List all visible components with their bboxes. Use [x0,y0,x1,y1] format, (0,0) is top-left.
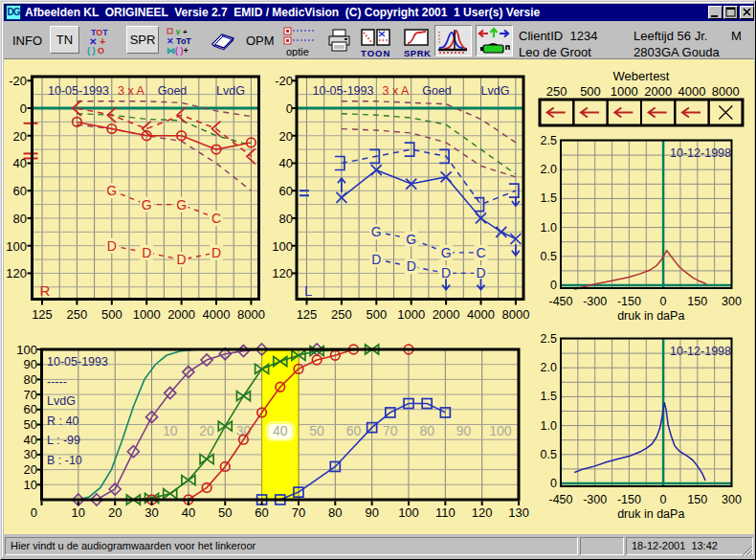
book-icon[interactable] [207,29,239,54]
tn-button[interactable]: TN [50,26,79,54]
weber-cell-1000[interactable] [608,100,641,125]
svg-text:8000: 8000 [501,307,529,322]
svg-text:-150: -150 [617,493,641,506]
tympanogram-view-button[interactable] [434,25,472,56]
svg-text:R: R [40,282,51,299]
svg-text:L : -99: L : -99 [47,434,80,447]
svg-text:500: 500 [101,307,122,322]
svg-text:L: L [304,282,312,299]
svg-text:LvdG: LvdG [481,84,510,98]
transducer-button[interactable] [476,25,513,56]
svg-text:100: 100 [398,505,419,520]
svg-text:130: 130 [508,505,529,520]
svg-text:-450: -450 [548,493,572,506]
spr-button[interactable]: SPR [126,26,159,54]
weber-no-result-icon [719,106,732,120]
svg-text:druk in daPa: druk in daPa [617,507,684,521]
info-label[interactable]: INFO [12,34,42,48]
svg-text:80: 80 [13,212,27,226]
svg-text:druk in daPa: druk in daPa [617,309,684,323]
svg-text:LvdG: LvdG [47,394,76,408]
svg-text:∨ +: ∨ + [175,28,188,36]
svg-text:60: 60 [13,184,27,198]
printer-icon[interactable] [326,28,355,55]
svg-text:40: 40 [13,156,27,170]
svg-text:D: D [177,252,187,267]
svg-text:125: 125 [32,307,53,322]
toon-icon[interactable]: TOON [360,29,394,57]
svg-text:100: 100 [272,239,293,254]
svg-text:2000: 2000 [167,307,195,322]
svg-text:2.0: 2.0 [541,361,557,374]
svg-text:500: 500 [580,84,601,99]
charts-canvas: GGGCDDDD10-05-19933 x AGoedLvdGR12525050… [4,59,754,534]
svg-text:D: D [476,265,485,280]
webertest: Webertest2505001000200040008000 [540,69,743,125]
svg-text:100: 100 [6,239,27,254]
svg-text:20: 20 [279,129,293,144]
svg-text:1.5: 1.5 [541,390,557,403]
svg-text:C: C [211,211,221,226]
svg-text:0: 0 [550,279,557,292]
weber-cell-2000[interactable] [641,100,675,125]
svg-text:3 x A: 3 x A [383,84,410,98]
svg-text:60: 60 [24,402,37,416]
title-bar: DG Afbeelden KL ORIGINEEL Versie 2.7 EMI… [4,4,754,21]
svg-text:50: 50 [24,417,37,432]
main-content: GGGCDDDD10-05-19933 x AGoedLvdGR12525050… [4,59,754,534]
client-age: Leeftijd 56 Jr. [634,29,707,43]
svg-text:0: 0 [286,101,293,116]
tot-icon[interactable]: TOT ✕ + ( ) O [85,27,120,56]
svg-text:Goed: Goed [422,84,452,98]
svg-text:0: 0 [660,295,667,308]
tympanogram-left: 10-12-199800.51.01.52.02.5-450-300-15001… [541,332,742,521]
weber-left-arrow-icon [682,108,700,118]
sprk-icon[interactable]: SPRK [401,29,434,57]
svg-text:D: D [211,245,221,260]
audiogram-left: GGGCDDDD10-05-19933 x AGoedLvdGL12525050… [272,74,529,322]
weber-cell-8000[interactable] [709,100,743,125]
speech-audiogram: 10203040506070809010010-05-1993-----LvdG… [16,343,529,521]
svg-text:G: G [142,197,152,213]
svg-text:0: 0 [20,101,27,116]
svg-text:40: 40 [24,433,37,447]
svg-text:60: 60 [346,423,362,438]
svg-text:B : -10: B : -10 [47,454,82,467]
svg-text:30: 30 [145,505,158,520]
svg-text:8000: 8000 [237,307,265,322]
svg-text:Goed: Goed [158,84,188,98]
spr-tot-icon[interactable]: ∨ + ✕ ToT ⋈( )+ [165,27,201,56]
svg-text:300: 300 [722,493,742,506]
audiogram-right: GGGCDDDD10-05-19933 x AGoedLvdGR12525050… [6,74,265,322]
svg-text:D: D [441,265,451,280]
maximize-button[interactable] [723,6,738,19]
close-button[interactable] [740,6,754,19]
svg-text:70: 70 [24,388,37,402]
svg-text:⋈( )+: ⋈( )+ [167,46,189,56]
svg-text:100: 100 [16,343,37,357]
svg-text:4000: 4000 [678,84,706,99]
svg-text:50: 50 [309,423,324,438]
svg-text:G: G [441,245,452,260]
svg-text:2.5: 2.5 [541,332,557,346]
svg-text:Webertest: Webertest [612,69,669,83]
weber-cell-4000[interactable] [675,100,708,125]
svg-text:1.0: 1.0 [541,221,557,235]
svg-text:60: 60 [279,184,293,198]
svg-text:70: 70 [383,423,398,438]
opm-label[interactable]: OPM [246,34,275,48]
minimize-button[interactable] [708,6,723,19]
weber-cell-500[interactable] [573,100,607,125]
svg-text:D: D [107,238,117,254]
optie-icon[interactable]: optie [282,26,322,56]
svg-text:C: C [476,245,485,260]
svg-text:150: 150 [687,493,707,506]
weber-left-arrow-icon [614,108,633,118]
svg-text:125: 125 [297,307,318,322]
transducer-icon [477,26,512,56]
resize-grip[interactable] [741,545,753,557]
svg-text:G: G [406,232,416,247]
weber-cell-250[interactable] [540,100,573,125]
svg-text:1000: 1000 [611,84,638,99]
weber-left-arrow-icon [547,108,566,118]
